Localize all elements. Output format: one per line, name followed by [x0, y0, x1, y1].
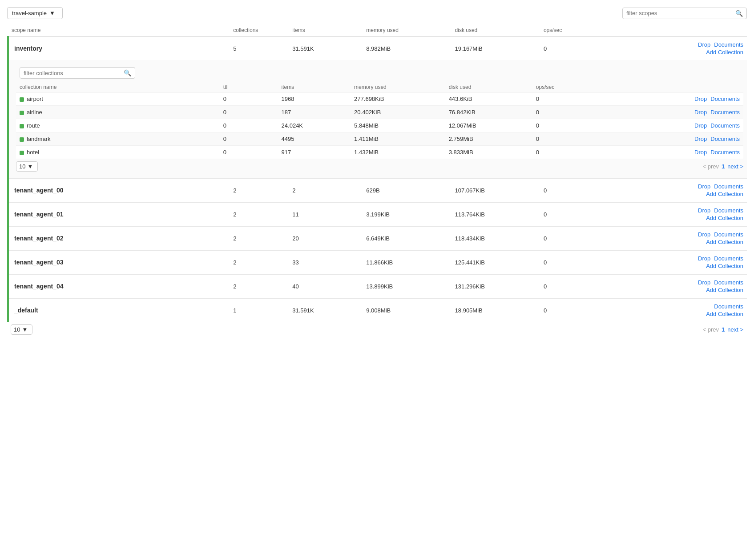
- collection-drop-link[interactable]: Drop: [694, 122, 707, 129]
- scope-documents-link[interactable]: Documents: [714, 231, 743, 238]
- collection-status-dot: [20, 97, 24, 102]
- scope-collections: 2: [230, 202, 289, 226]
- collection-actions: DropDocuments: [605, 106, 743, 119]
- collection-name-cell: route: [16, 119, 220, 132]
- collection-section-row: 🔍collection namettlitemsmemory useddisk …: [8, 60, 747, 178]
- collection-documents-link[interactable]: Documents: [710, 136, 740, 142]
- collection-disk-used: 12.067MiB: [445, 119, 532, 132]
- collection-documents-link[interactable]: Documents: [710, 122, 740, 129]
- scope-drop-link[interactable]: Drop: [698, 207, 710, 214]
- bucket-select-chevron: ▼: [49, 10, 55, 16]
- collections-page-nav: < prev 1 next >: [702, 163, 743, 170]
- collection-memory-used: 277.698KiB: [351, 92, 445, 106]
- scope-actions: DropDocumentsAdd Collection: [614, 202, 747, 226]
- scope-documents-link[interactable]: Documents: [714, 303, 743, 310]
- scope-collections: 2: [230, 178, 289, 202]
- collection-documents-link[interactable]: Documents: [710, 109, 740, 116]
- scope-add-collection-link[interactable]: Add Collection: [617, 311, 743, 317]
- collection-section-cell: 🔍collection namettlitemsmemory useddisk …: [8, 60, 747, 178]
- scope-name: tenant_agent_04: [14, 283, 63, 290]
- scope-name-cell: tenant_agent_03: [8, 250, 230, 274]
- bottom-next-link[interactable]: next >: [727, 326, 743, 333]
- scope-items: 40: [289, 274, 363, 298]
- collection-header-ttl: ttl: [220, 82, 278, 92]
- collection-drop-link[interactable]: Drop: [694, 96, 707, 102]
- scope-memory-used: 9.008MiB: [363, 298, 451, 322]
- scope-drop-link[interactable]: Drop: [698, 183, 710, 190]
- collection-row: hotel09171.432MiB3.833MiB0DropDocuments: [16, 146, 743, 159]
- collection-actions: DropDocuments: [605, 119, 743, 132]
- scope-memory-used: 11.866KiB: [363, 250, 451, 274]
- scope-drop-link[interactable]: Drop: [698, 279, 710, 286]
- scope-drop-link[interactable]: Drop: [698, 41, 710, 48]
- collection-row: landmark044951.411MiB2.759MiB0DropDocume…: [16, 132, 743, 146]
- scope-name-cell: tenant_agent_00: [8, 178, 230, 202]
- bottom-per-page-select[interactable]: 10 ▼: [11, 324, 32, 335]
- scope-ops-sec: 0: [540, 274, 614, 298]
- scope-actions: DropDocumentsAdd Collection: [614, 250, 747, 274]
- filter-scopes-input[interactable]: [626, 10, 735, 16]
- collection-drop-link[interactable]: Drop: [694, 149, 707, 156]
- scope-ops-sec: 0: [540, 298, 614, 322]
- scope-row: tenant_agent_012113.199KiB113.764KiB0Dro…: [8, 202, 747, 226]
- scope-add-collection-link[interactable]: Add Collection: [617, 287, 743, 293]
- collection-items: 187: [278, 106, 351, 119]
- collection-name-cell: airline: [16, 106, 220, 119]
- scope-add-collection-link[interactable]: Add Collection: [617, 49, 743, 56]
- scope-documents-link[interactable]: Documents: [714, 41, 743, 48]
- scope-row: tenant_agent_0022629B107.067KiB0DropDocu…: [8, 178, 747, 202]
- scope-actions: DocumentsAdd Collection: [614, 298, 747, 322]
- header-memory-used: memory used: [363, 24, 451, 36]
- scope-add-collection-link[interactable]: Add Collection: [617, 215, 743, 221]
- scope-add-collection-link[interactable]: Add Collection: [617, 263, 743, 269]
- scope-documents-link[interactable]: Documents: [714, 207, 743, 214]
- collection-drop-link[interactable]: Drop: [694, 109, 707, 116]
- filter-collections-search-icon: 🔍: [124, 69, 131, 76]
- scope-ops-sec: 0: [540, 250, 614, 274]
- header-items: items: [289, 24, 363, 36]
- scope-items: 31.591K: [289, 298, 363, 322]
- filter-collections-input[interactable]: [24, 70, 124, 76]
- scope-memory-used: 629B: [363, 178, 451, 202]
- collection-actions: DropDocuments: [605, 92, 743, 106]
- scope-drop-link[interactable]: Drop: [698, 231, 710, 238]
- collection-ops-sec: 0: [532, 146, 605, 159]
- scope-documents-link[interactable]: Documents: [714, 279, 743, 286]
- collection-memory-used: 1.411MiB: [351, 132, 445, 146]
- scope-actions: DropDocumentsAdd Collection: [614, 274, 747, 298]
- scope-disk-used: 125.441KiB: [452, 250, 540, 274]
- collections-per-page-select[interactable]: 10 ▼: [16, 161, 38, 172]
- collection-row: route024.024K5.848MiB12.067MiB0DropDocum…: [16, 119, 743, 132]
- collection-disk-used: 2.759MiB: [445, 132, 532, 146]
- scope-collections: 2: [230, 274, 289, 298]
- scope-disk-used: 118.434KiB: [452, 226, 540, 250]
- scope-actions: DropDocumentsAdd Collection: [614, 226, 747, 250]
- collection-documents-link[interactable]: Documents: [710, 96, 740, 102]
- collection-ops-sec: 0: [532, 92, 605, 106]
- collection-documents-link[interactable]: Documents: [710, 149, 740, 156]
- bucket-select[interactable]: travel-sample ▼: [7, 7, 63, 19]
- scope-drop-link[interactable]: Drop: [698, 255, 710, 262]
- collection-header-opsSec: ops/sec: [532, 82, 605, 92]
- scope-name-cell: tenant_agent_01: [8, 202, 230, 226]
- bottom-prev-link[interactable]: < prev: [702, 326, 719, 333]
- collection-memory-used: 5.848MiB: [351, 119, 445, 132]
- scope-actions: DropDocumentsAdd Collection: [614, 178, 747, 202]
- scope-collections: 5: [230, 36, 289, 60]
- scope-documents-link[interactable]: Documents: [714, 255, 743, 262]
- scope-documents-link[interactable]: Documents: [714, 183, 743, 190]
- collection-memory-used: 20.402KiB: [351, 106, 445, 119]
- scope-add-collection-link[interactable]: Add Collection: [617, 239, 743, 245]
- top-bar: travel-sample ▼ 🔍: [7, 7, 747, 19]
- collections-prev-link[interactable]: < prev: [702, 163, 719, 170]
- collection-header-collectionName: collection name: [16, 82, 220, 92]
- bottom-per-page-wrap: 10 ▼: [11, 324, 32, 335]
- collections-next-link[interactable]: next >: [727, 163, 743, 170]
- collection-ttl: 0: [220, 146, 278, 159]
- scope-disk-used: 18.905MiB: [452, 298, 540, 322]
- scope-row: _default131.591K9.008MiB18.905MiB0Docume…: [8, 298, 747, 322]
- scope-row: inventory531.591K8.982MiB19.167MiB0DropD…: [8, 36, 747, 60]
- collection-drop-link[interactable]: Drop: [694, 136, 707, 142]
- collection-header-memoryUsed: memory used: [351, 82, 445, 92]
- scope-add-collection-link[interactable]: Add Collection: [617, 191, 743, 197]
